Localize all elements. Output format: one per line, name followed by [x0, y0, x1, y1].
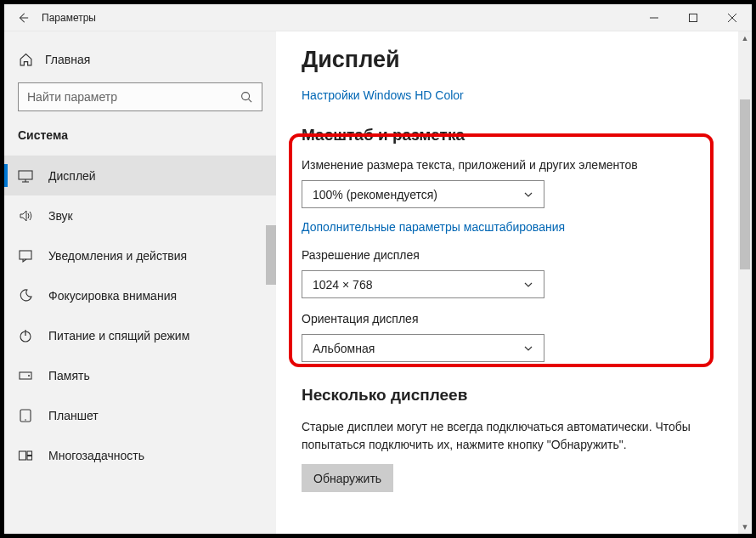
- orientation-dropdown[interactable]: Альбомная: [302, 334, 544, 362]
- category-label: Система: [4, 128, 276, 156]
- orientation-value: Альбомная: [313, 342, 375, 355]
- chevron-down-icon: [523, 343, 533, 354]
- nav-list: Дисплей Звук Уведомления и действия: [4, 156, 276, 534]
- svg-point-15: [25, 419, 26, 421]
- svg-rect-16: [20, 451, 26, 460]
- advanced-scale-link[interactable]: Дополнительные параметры масштабирования: [302, 220, 565, 234]
- sidebar-item-storage[interactable]: Память: [4, 355, 276, 395]
- back-button[interactable]: [4, 4, 42, 31]
- focus-icon: [18, 288, 33, 303]
- sidebar-item-tablet[interactable]: Планшет: [4, 395, 276, 435]
- close-button[interactable]: [713, 4, 752, 31]
- scroll-down-icon[interactable]: ▼: [738, 520, 752, 534]
- notifications-icon: [18, 248, 33, 263]
- svg-rect-6: [19, 171, 32, 179]
- svg-line-5: [249, 99, 252, 102]
- nav-label: Планшет: [48, 409, 99, 422]
- nav-label: Звук: [48, 209, 73, 223]
- svg-point-13: [28, 375, 30, 377]
- storage-icon: [18, 368, 33, 383]
- scroll-thumb[interactable]: [740, 99, 750, 269]
- nav-label: Многозадачность: [48, 449, 144, 462]
- search-input[interactable]: [27, 90, 240, 104]
- resolution-label: Разрешение дисплея: [302, 248, 726, 262]
- sound-icon: [18, 208, 33, 224]
- search-box[interactable]: [18, 82, 262, 111]
- chevron-down-icon: [523, 280, 533, 290]
- tablet-icon: [18, 408, 33, 423]
- scale-label: Изменение размера текста, приложений и д…: [302, 158, 726, 172]
- sidebar-scrollbar[interactable]: [266, 225, 276, 285]
- sidebar-item-display[interactable]: Дисплей: [4, 156, 276, 195]
- home-button[interactable]: Главная: [4, 47, 276, 82]
- scale-section-title: Масштаб и разметка: [302, 126, 726, 144]
- sidebar-item-power[interactable]: Питание и спящий режим: [4, 315, 276, 355]
- chevron-down-icon: [523, 190, 533, 200]
- back-icon: [17, 12, 29, 24]
- multitasking-icon: [18, 448, 33, 463]
- nav-label: Фокусировка внимания: [48, 289, 177, 303]
- hd-color-link[interactable]: Настройки Windows HD Color: [302, 88, 726, 102]
- resolution-value: 1024 × 768: [313, 278, 372, 292]
- power-icon: [18, 328, 33, 343]
- search-icon: [240, 91, 253, 104]
- scale-dropdown[interactable]: 100% (рекомендуется): [302, 180, 544, 208]
- minimize-button[interactable]: [635, 4, 674, 31]
- sidebar-item-multitasking[interactable]: Многозадачность: [4, 435, 276, 475]
- svg-point-4: [242, 92, 250, 99]
- nav-label: Память: [48, 369, 90, 382]
- sidebar-item-notifications[interactable]: Уведомления и действия: [4, 235, 276, 275]
- home-label: Главная: [45, 53, 90, 66]
- home-icon: [18, 52, 33, 67]
- svg-rect-17: [27, 451, 32, 456]
- nav-label: Питание и спящий режим: [48, 329, 189, 343]
- resolution-dropdown[interactable]: 1024 × 768: [302, 270, 544, 298]
- scale-value: 100% (рекомендуется): [313, 188, 437, 201]
- display-icon: [18, 168, 33, 184]
- maximize-button[interactable]: [674, 4, 713, 31]
- orientation-label: Ориентация дисплея: [302, 312, 726, 326]
- titlebar: Параметры: [4, 4, 752, 31]
- content: Дисплей Настройки Windows HD Color Масшт…: [276, 31, 752, 534]
- page-title: Дисплей: [302, 47, 726, 73]
- sidebar: Главная Система Дисплей: [4, 31, 276, 534]
- detect-button[interactable]: Обнаружить: [302, 464, 393, 492]
- svg-rect-1: [690, 14, 697, 21]
- nav-label: Дисплей: [48, 169, 96, 183]
- window-title: Параметры: [42, 12, 96, 24]
- svg-rect-18: [27, 456, 32, 460]
- sidebar-item-sound[interactable]: Звук: [4, 195, 276, 235]
- multi-desc: Старые дисплеи могут не всегда подключат…: [302, 418, 726, 454]
- scroll-up-icon[interactable]: ▲: [738, 31, 752, 45]
- nav-label: Уведомления и действия: [48, 249, 187, 263]
- svg-rect-9: [20, 251, 31, 259]
- content-scrollbar[interactable]: ▲ ▼: [738, 31, 752, 534]
- sidebar-item-focus[interactable]: Фокусировка внимания: [4, 275, 276, 315]
- multi-section-title: Несколько дисплеев: [302, 386, 726, 405]
